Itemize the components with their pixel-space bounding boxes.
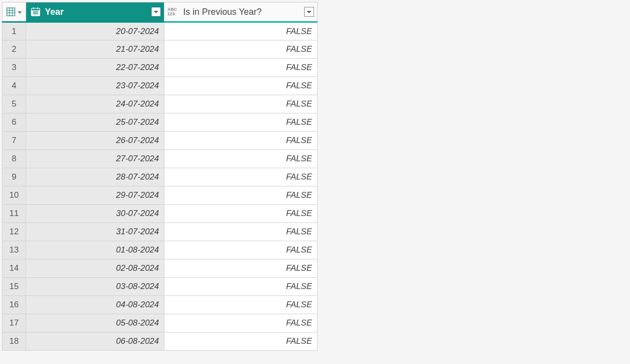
cell-year[interactable]: 22-07-2024: [26, 59, 164, 77]
row-index-cell[interactable]: 8: [2, 150, 26, 168]
table-row[interactable]: 1604-08-2024FALSE: [2, 296, 317, 314]
column-header-is-in-previous-year[interactable]: ABC 123 Is in Previous Year?: [164, 2, 317, 22]
date-type-icon: [29, 5, 42, 18]
table-row[interactable]: 1130-07-2024FALSE: [2, 205, 317, 223]
table-body: 120-07-2024FALSE221-07-2024FALSE322-07-2…: [2, 22, 317, 351]
select-all-cell[interactable]: [2, 2, 26, 22]
row-index-cell[interactable]: 12: [2, 223, 26, 241]
table-row[interactable]: 928-07-2024FALSE: [2, 168, 317, 186]
cell-is-in-previous-year[interactable]: FALSE: [164, 186, 317, 205]
cell-is-in-previous-year[interactable]: FALSE: [164, 132, 317, 150]
row-index-cell[interactable]: 18: [2, 332, 26, 351]
any-type-icon: ABC 123: [167, 5, 180, 18]
cell-is-in-previous-year[interactable]: FALSE: [164, 278, 317, 296]
cell-is-in-previous-year[interactable]: FALSE: [164, 40, 317, 59]
row-index-cell[interactable]: 13: [2, 241, 26, 259]
cell-is-in-previous-year[interactable]: FALSE: [164, 77, 317, 95]
chevron-down-icon: [307, 11, 312, 13]
row-index-cell[interactable]: 3: [2, 59, 26, 77]
row-index-cell[interactable]: 2: [2, 40, 26, 59]
cell-year[interactable]: 27-07-2024: [26, 150, 164, 168]
table-row[interactable]: 524-07-2024FALSE: [2, 95, 317, 113]
table-row[interactable]: 423-07-2024FALSE: [2, 77, 317, 95]
row-index-cell[interactable]: 4: [2, 77, 26, 95]
cell-year[interactable]: 28-07-2024: [26, 168, 164, 186]
data-table: Year ABC 123 Is in Previous Year?: [2, 2, 317, 351]
cell-is-in-previous-year[interactable]: FALSE: [164, 241, 317, 259]
column-year-label: Year: [45, 7, 64, 17]
column-prev-filter-button[interactable]: [304, 7, 314, 17]
row-index-cell[interactable]: 6: [2, 113, 26, 132]
table-row[interactable]: 221-07-2024FALSE: [2, 40, 317, 59]
table-row[interactable]: 120-07-2024FALSE: [2, 22, 317, 40]
chevron-down-icon: [154, 11, 158, 13]
row-index-cell[interactable]: 10: [2, 186, 26, 205]
table-row[interactable]: 1301-08-2024FALSE: [2, 241, 317, 259]
cell-is-in-previous-year[interactable]: FALSE: [164, 205, 317, 223]
row-index-cell[interactable]: 1: [2, 22, 26, 40]
cell-is-in-previous-year[interactable]: FALSE: [164, 259, 317, 278]
chevron-down-icon: [18, 7, 22, 16]
table-row[interactable]: 1806-08-2024FALSE: [2, 332, 317, 351]
cell-is-in-previous-year[interactable]: FALSE: [164, 150, 317, 168]
table-row[interactable]: 827-07-2024FALSE: [2, 150, 317, 168]
row-index-cell[interactable]: 17: [2, 314, 26, 332]
cell-is-in-previous-year[interactable]: FALSE: [164, 332, 317, 351]
row-index-cell[interactable]: 5: [2, 95, 26, 113]
table-row[interactable]: 625-07-2024FALSE: [2, 113, 317, 132]
cell-is-in-previous-year[interactable]: FALSE: [164, 314, 317, 332]
row-index-cell[interactable]: 14: [2, 259, 26, 278]
cell-year[interactable]: 30-07-2024: [26, 205, 164, 223]
row-index-cell[interactable]: 9: [2, 168, 26, 186]
cell-year[interactable]: 23-07-2024: [26, 77, 164, 95]
cell-year[interactable]: 01-08-2024: [26, 241, 164, 259]
table-icon: [4, 5, 17, 18]
table-row[interactable]: 322-07-2024FALSE: [2, 59, 317, 77]
row-index-cell[interactable]: 16: [2, 296, 26, 314]
cell-year[interactable]: 04-08-2024: [26, 296, 164, 314]
table-row[interactable]: 1231-07-2024FALSE: [2, 223, 317, 241]
cell-year[interactable]: 03-08-2024: [26, 278, 164, 296]
row-index-cell[interactable]: 7: [2, 132, 26, 150]
cell-year[interactable]: 29-07-2024: [26, 186, 164, 205]
cell-is-in-previous-year[interactable]: FALSE: [164, 95, 317, 113]
column-prev-label: Is in Previous Year?: [183, 7, 262, 17]
table-row[interactable]: 1029-07-2024FALSE: [2, 186, 317, 205]
svg-rect-0: [7, 8, 15, 16]
cell-year[interactable]: 02-08-2024: [26, 259, 164, 278]
cell-is-in-previous-year[interactable]: FALSE: [164, 168, 317, 186]
cell-year[interactable]: 20-07-2024: [26, 22, 164, 40]
column-year-filter-button[interactable]: [151, 7, 161, 17]
table-row[interactable]: 726-07-2024FALSE: [2, 132, 317, 150]
cell-year[interactable]: 31-07-2024: [26, 223, 164, 241]
cell-is-in-previous-year[interactable]: FALSE: [164, 113, 317, 132]
row-index-cell[interactable]: 15: [2, 278, 26, 296]
cell-year[interactable]: 24-07-2024: [26, 95, 164, 113]
cell-year[interactable]: 25-07-2024: [26, 113, 164, 132]
header-row: Year ABC 123 Is in Previous Year?: [2, 2, 317, 22]
table-row[interactable]: 1402-08-2024FALSE: [2, 259, 317, 278]
svg-rect-15: [38, 7, 39, 9]
column-header-year[interactable]: Year: [26, 2, 164, 22]
cell-year[interactable]: 06-08-2024: [26, 332, 164, 351]
table-row[interactable]: 1503-08-2024FALSE: [2, 278, 317, 296]
cell-year[interactable]: 05-08-2024: [26, 314, 164, 332]
cell-is-in-previous-year[interactable]: FALSE: [164, 223, 317, 241]
cell-is-in-previous-year[interactable]: FALSE: [164, 296, 317, 314]
table-row[interactable]: 1705-08-2024FALSE: [2, 314, 317, 332]
svg-rect-14: [33, 7, 34, 9]
cell-year[interactable]: 26-07-2024: [26, 132, 164, 150]
cell-is-in-previous-year[interactable]: FALSE: [164, 59, 317, 77]
row-index-cell[interactable]: 11: [2, 205, 26, 223]
cell-is-in-previous-year[interactable]: FALSE: [164, 22, 317, 40]
grid: Year ABC 123 Is in Previous Year?: [2, 2, 317, 351]
cell-year[interactable]: 21-07-2024: [26, 40, 164, 59]
svg-rect-7: [32, 8, 40, 10]
svg-marker-5: [18, 11, 22, 14]
